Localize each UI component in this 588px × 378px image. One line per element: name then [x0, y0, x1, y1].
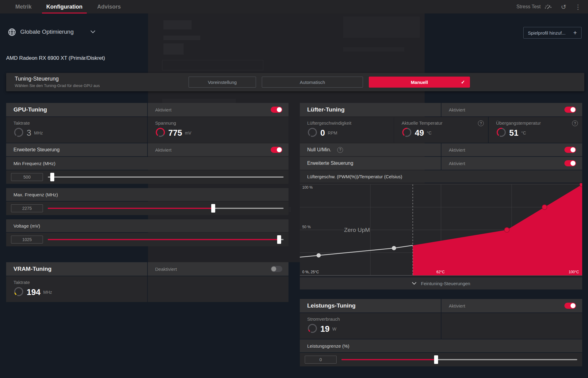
gpu-advanced-status-cell: Aktiviert — [148, 143, 288, 156]
power-tuning-status-label: Aktiviert — [449, 303, 465, 308]
tab-konfiguration[interactable]: Konfiguration — [39, 0, 90, 13]
zero-rpm-label-cell: Null U/Min. ? — [300, 143, 441, 156]
fan-curve-chart[interactable]: 100 %50 %Zero UpM0 %, 25°C62°C100°C — [300, 183, 582, 277]
zero-rpm-label: Null U/Min. — [307, 147, 331, 153]
current-temp-help-icon[interactable]: ? — [478, 120, 484, 126]
vram-clock-gauge-icon — [13, 286, 24, 298]
svg-text:0 %, 25°C: 0 %, 25°C — [302, 270, 319, 274]
junction-temperature-stat: Übergangstemperatur 51°C ? — [489, 117, 582, 143]
zero-rpm-row: Null U/Min. ? Aktiviert — [300, 143, 582, 156]
min-frequency-handle[interactable] — [50, 173, 54, 181]
power-limit-input[interactable] — [305, 356, 337, 364]
junction-temp-help-icon[interactable]: ? — [572, 120, 578, 126]
gpu-name-title: AMD Radeon RX 6900 XT (Primär/Diskret) — [6, 55, 105, 61]
tab-metrik[interactable]: Metrik — [8, 0, 39, 13]
fan-stats-row: Lüftergeschwindigkeit 0RPM Aktuelle Temp… — [300, 117, 582, 143]
gpu-tuning-toggle[interactable] — [271, 107, 282, 113]
tuning-option-voreinstellung[interactable]: Voreinstellung — [189, 77, 256, 88]
svg-text:62°C: 62°C — [437, 270, 445, 274]
voltage-input[interactable] — [11, 236, 43, 244]
gpu-advanced-control-row: Erweiterte Steuerung Aktiviert — [6, 143, 288, 156]
stress-test-label: Stress Test — [517, 4, 541, 9]
fan-tuning-title: Lüfter-Tuning — [300, 103, 441, 116]
vram-tuning-title: VRAM-Tuning — [6, 262, 147, 276]
max-frequency-label: Max. Frequenz (MHz) — [6, 188, 288, 201]
profile-toolbar: Globale Optimierung Spielprofil hinzuf..… — [0, 26, 588, 40]
gpu-tuning-title: GPU-Tuning — [6, 103, 147, 116]
min-frequency-label: Min Frequenz (MHz) — [6, 157, 288, 170]
tuning-control-panel: Tuning-Steuerung Wählen Sie den Tuning-G… — [6, 73, 584, 91]
max-frequency-input[interactable] — [11, 204, 43, 212]
gpu-tuning-header: GPU-Tuning Aktiviert — [6, 103, 288, 116]
fan-tuning-header: Lüfter-Tuning Aktiviert — [300, 103, 582, 116]
check-icon: ✓ — [461, 79, 465, 85]
gpu-advanced-toggle[interactable] — [271, 147, 282, 153]
fan-advanced-control-row: Erweiterte Steuerung Aktiviert — [300, 157, 582, 170]
power-tuning-toggle[interactable] — [564, 303, 576, 309]
power-tuning-status-cell: Aktiviert — [441, 299, 582, 312]
min-frequency-input[interactable] — [11, 173, 43, 181]
chevron-down-icon — [412, 282, 417, 285]
kebab-menu-icon[interactable]: ⋮ — [575, 4, 581, 10]
voreinstellung-label: Voreinstellung — [208, 80, 237, 85]
power-limit-slider-row — [300, 353, 582, 366]
current-temp-gauge-icon — [402, 127, 412, 139]
power-stats-empty-cell — [441, 313, 582, 339]
nav-right-tools: Stress Test ↺ ⋮ — [517, 0, 581, 13]
power-limit-handle[interactable] — [434, 355, 438, 364]
voltage-slider[interactable] — [48, 235, 284, 244]
svg-text:100°C: 100°C — [569, 270, 579, 274]
vram-stats-empty-cell — [148, 276, 288, 302]
gpu-advanced-label: Erweiterte Steuerung — [6, 143, 147, 156]
profile-selector[interactable]: Globale Optimierung — [20, 28, 74, 35]
fan-advanced-label: Erweiterte Steuerung — [300, 157, 441, 170]
power-gauge-icon — [307, 323, 318, 335]
voltage-gauge-icon — [155, 127, 166, 139]
zero-rpm-help-icon[interactable]: ? — [337, 147, 343, 153]
gauge-icon — [544, 3, 552, 10]
fan-advanced-toggle[interactable] — [564, 160, 576, 166]
fan-tuning-status-label: Aktiviert — [449, 107, 465, 112]
fan-power-column: Lüfter-Tuning Aktiviert Lüftergeschwindi… — [300, 103, 582, 366]
vram-tuning-toggle[interactable] — [271, 266, 282, 272]
power-limit-label: Leistungsgrenze (%) — [300, 339, 582, 352]
zero-rpm-status-label: Aktiviert — [449, 147, 465, 153]
voltage-slider-row — [6, 233, 288, 246]
gpu-voltage-stat: Spannung 775mV — [148, 117, 288, 143]
gpu-tuning-status-cell: Aktiviert — [148, 103, 288, 116]
fan-speed-gauge-icon — [307, 127, 318, 139]
vram-tuning-status-cell: Deaktiviert — [148, 262, 288, 276]
max-frequency-slider[interactable] — [48, 204, 284, 213]
fan-tuning-toggle[interactable] — [564, 107, 576, 113]
tab-advisors[interactable]: Advisors — [90, 0, 128, 13]
tuning-control-subtitle: Wählen Sie den Tuning-Grad für diese GPU… — [15, 83, 100, 88]
globe-icon — [8, 28, 16, 36]
automatisch-label: Automatisch — [300, 80, 325, 85]
tuning-control-title: Tuning-Steuerung — [15, 76, 59, 82]
zero-rpm-status-cell: Aktiviert — [441, 143, 582, 156]
vram-tuning-header: VRAM-Tuning Deaktiviert — [6, 262, 288, 276]
tuning-option-automatisch[interactable]: Automatisch — [262, 77, 363, 88]
fan-tuning-status-cell: Aktiviert — [441, 103, 582, 116]
add-game-profile-button[interactable]: Spielprofil hinzuf... + — [523, 27, 582, 39]
clock-gauge-icon — [13, 127, 24, 139]
min-frequency-slider-row — [6, 170, 288, 184]
voltage-label: Voltage (mV) — [6, 219, 288, 232]
reset-icon[interactable]: ↺ — [561, 4, 566, 10]
chevron-down-icon[interactable] — [90, 30, 96, 34]
svg-text:100 %: 100 % — [302, 185, 313, 190]
fine-tuning-controls-expander[interactable]: Feintuning-Steuerungen — [300, 277, 582, 289]
voltage-handle[interactable] — [277, 235, 281, 244]
power-limit-slider[interactable] — [342, 355, 577, 364]
gpu-clock-stat: Taktrate 3MHz — [6, 117, 147, 143]
tab-advisors-label: Advisors — [97, 4, 121, 10]
vram-stats-row: Taktrate 194MHz — [6, 276, 288, 302]
min-frequency-slider[interactable] — [48, 173, 284, 181]
tuning-option-manuell[interactable]: Manuell ✓ — [369, 77, 470, 88]
max-frequency-handle[interactable] — [211, 204, 215, 213]
power-stats-row: Stromverbrauch 19W — [300, 313, 582, 339]
stress-test-button[interactable]: Stress Test — [517, 3, 552, 10]
fan-advanced-status-cell: Aktiviert — [441, 157, 582, 170]
zero-rpm-toggle[interactable] — [564, 147, 576, 153]
tab-metrik-label: Metrik — [15, 4, 32, 10]
